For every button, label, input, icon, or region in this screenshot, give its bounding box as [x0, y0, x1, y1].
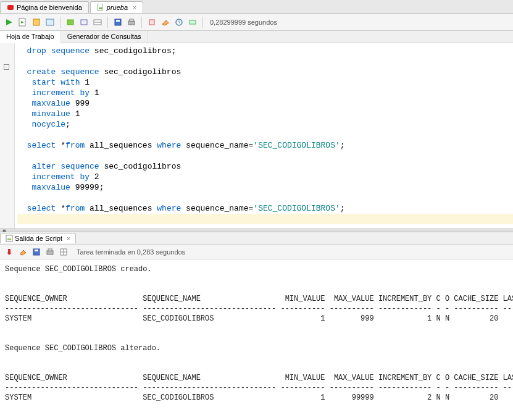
- close-icon[interactable]: ×: [133, 4, 136, 11]
- separator: [202, 17, 203, 28]
- svg-rect-26: [47, 251, 53, 254]
- save-icon[interactable]: [112, 17, 123, 28]
- tab-welcome-label: Página de bienvenida: [17, 4, 82, 11]
- svg-rect-16: [149, 20, 154, 25]
- svg-marker-22: [7, 249, 12, 255]
- toolbar-status: 0,28299999 segundos: [210, 19, 277, 26]
- print-icon[interactable]: [126, 17, 137, 28]
- svg-rect-25: [35, 250, 38, 251]
- svg-rect-13: [116, 20, 120, 22]
- commit-icon[interactable]: [65, 17, 76, 28]
- explain-icon[interactable]: [31, 17, 42, 28]
- svg-rect-0: [7, 5, 14, 10]
- svg-rect-14: [128, 21, 135, 25]
- svg-rect-9: [81, 20, 87, 25]
- clear-icon[interactable]: [146, 17, 157, 28]
- worksheet-tab-bar: Hoja de Trabajo Generador de Consultas: [0, 31, 513, 43]
- svg-rect-1: [98, 4, 102, 10]
- editor-gutter: −: [0, 43, 15, 229]
- separator: [107, 17, 108, 28]
- output-tab-bar: Salida de Script ×: [0, 232, 513, 245]
- sql-editor[interactable]: − drop sequence sec_codigolibros; create…: [0, 43, 513, 229]
- separator: [141, 17, 142, 28]
- script-output-pane[interactable]: Sequence SEC_CODIGOLIBROS creado. SEQUEN…: [0, 259, 513, 420]
- tab-worksheet[interactable]: Hoja de Trabajo: [0, 31, 61, 43]
- main-toolbar: 0,28299999 segundos: [0, 14, 513, 31]
- tab-prueba-label: prueba: [107, 4, 128, 11]
- svg-rect-27: [48, 249, 52, 251]
- grid-icon[interactable]: [58, 246, 69, 258]
- unshared-icon[interactable]: [92, 17, 103, 28]
- svg-rect-6: [33, 19, 40, 25]
- run-icon[interactable]: [4, 17, 15, 28]
- svg-marker-3: [6, 19, 12, 25]
- script-output-label: Salida de Script: [15, 235, 62, 242]
- sql-file-icon: [97, 4, 104, 11]
- output-toolbar: Tarea terminada en 0,283 segundos: [0, 245, 513, 259]
- svg-marker-23: [20, 250, 26, 255]
- output-status: Tarea terminada en 0,283 segundos: [77, 248, 185, 256]
- pin-icon[interactable]: [4, 246, 15, 258]
- tab-query-builder[interactable]: Generador de Consultas: [61, 31, 148, 43]
- svg-marker-17: [162, 20, 169, 25]
- print-icon[interactable]: [44, 246, 56, 258]
- svg-rect-2: [99, 7, 102, 9]
- pane-splitter[interactable]: [0, 229, 513, 232]
- editor-tab-bar: Página de bienvenida prueba ×: [0, 0, 513, 14]
- svg-rect-8: [67, 20, 73, 25]
- fold-icon[interactable]: −: [4, 64, 9, 70]
- oracle-icon: [7, 4, 14, 11]
- close-icon[interactable]: ×: [67, 235, 70, 242]
- save-icon[interactable]: [31, 246, 42, 258]
- svg-rect-19: [190, 20, 196, 24]
- separator: [60, 17, 60, 28]
- connection-icon[interactable]: [187, 17, 198, 28]
- rollback-icon[interactable]: [78, 17, 90, 28]
- tab-script-output[interactable]: Salida de Script ×: [0, 233, 76, 243]
- run-script-icon[interactable]: [17, 17, 28, 28]
- autotrace-icon[interactable]: [44, 17, 56, 28]
- script-output-icon: [6, 235, 13, 242]
- svg-rect-7: [46, 19, 54, 25]
- eraser-icon[interactable]: [17, 246, 28, 258]
- tab-welcome[interactable]: Página de bienvenida: [0, 1, 89, 13]
- svg-rect-15: [130, 19, 133, 21]
- svg-rect-21: [7, 238, 11, 240]
- tab-prueba[interactable]: prueba ×: [90, 1, 143, 13]
- sql-history-icon[interactable]: [173, 17, 185, 28]
- eraser-icon[interactable]: [160, 17, 171, 28]
